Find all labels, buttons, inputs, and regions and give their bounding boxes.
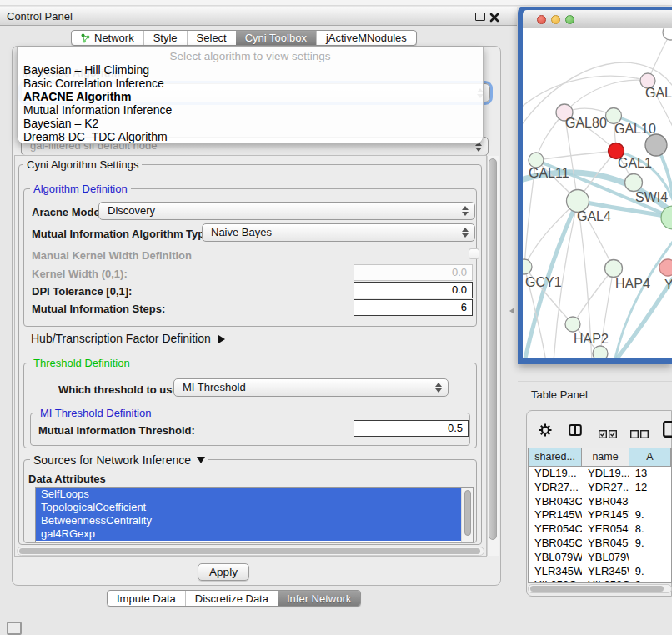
tab-jactivemnodules[interactable]: jActiveMNodules [316, 31, 416, 45]
algorithm-option-mutual-information-inference[interactable]: Mutual Information Inference [18, 103, 483, 117]
table-row[interactable]: YLR345WYLR345W9. [529, 565, 671, 579]
network-node[interactable] [645, 134, 667, 156]
tab-infer-network[interactable]: Infer Network [278, 591, 360, 606]
panel-splitter-arrow-icon[interactable] [509, 308, 514, 314]
data-attributes-items: SelfLoopsTopologicalCoefficientBetweenne… [36, 488, 473, 541]
tab-select[interactable]: Select [187, 31, 236, 45]
float-window-icon[interactable] [475, 12, 485, 21]
network-node-hap2[interactable] [565, 317, 580, 332]
minimized-window-icon[interactable] [7, 622, 22, 635]
table-cell: YLR345W [529, 565, 582, 579]
table-cell: 12 [629, 481, 671, 495]
sources-section-header[interactable]: Sources for Network Inference [30, 453, 208, 467]
window-zoom-icon[interactable] [565, 15, 574, 24]
sources-title: Sources for Network Inference [33, 453, 191, 467]
network-node[interactable] [593, 346, 608, 358]
attributes-list-scrollbar-thumb[interactable] [464, 490, 471, 536]
attribute-item-selfloops[interactable]: SelfLoops [36, 488, 461, 501]
table-row[interactable]: YDL19...YDL19...13 [529, 467, 671, 481]
dpi-tolerance-input[interactable]: 0.0 [354, 282, 473, 298]
table-cell: YDR27... [582, 481, 629, 495]
algorithm-dropdown-popup: Select algorithm to view settings Bayesi… [17, 48, 484, 144]
mi-steps-input[interactable]: 6 [354, 299, 473, 316]
network-node[interactable] [663, 28, 672, 40]
aracne-mode-combobox[interactable]: Discovery [98, 202, 475, 220]
network-node-label: Y [664, 278, 672, 292]
table-cell: YIL052C [582, 578, 629, 583]
network-node-label: GAL4 [577, 209, 611, 223]
network-node-label: GCY1 [525, 275, 562, 289]
table-row[interactable]: YPR145WYPR145W9. [529, 508, 671, 522]
table-panel-title: Table Panel [531, 388, 588, 401]
network-edge[interactable] [564, 80, 648, 112]
table-settings-gear-icon[interactable] [539, 423, 552, 440]
algorithm-option-aracne-algorithm[interactable]: ARACNE Algorithm [18, 90, 483, 103]
network-node-gcy1[interactable] [523, 259, 532, 274]
column-header-name[interactable]: name [582, 448, 629, 467]
close-icon[interactable] [489, 11, 499, 21]
mi-threshold-input[interactable]: 0.5 [354, 420, 469, 437]
network-edge[interactable] [573, 268, 614, 324]
table-row[interactable]: YIL052CYIL052C9 [529, 578, 671, 583]
select-all-checkboxes-icon[interactable] [599, 427, 617, 442]
network-canvas[interactable]: GALGAL80GAL10GAL1GAL11GAL4SWI4GCY1HAP4YH… [523, 28, 672, 358]
attribute-item-topologicalcoefficient[interactable]: TopologicalCoefficient [36, 501, 461, 514]
network-edge[interactable] [524, 201, 578, 267]
which-threshold-combobox[interactable]: MI Threshold [173, 378, 449, 397]
table-cell: YBR043C [582, 495, 629, 509]
settings-vertical-scrollbar-thumb[interactable] [489, 158, 497, 540]
mi-type-combobox[interactable]: Naive Bayes [202, 223, 475, 242]
hub-definition-section-header[interactable]: Hub/Transcription Factor Definition [31, 332, 225, 345]
tab-label: Style [153, 31, 178, 45]
algorithm-option-basic-correlation-inference[interactable]: Basic Correlation Inference [18, 77, 483, 90]
table-horizontal-scrollbar[interactable] [528, 584, 672, 593]
node-table: shared...nameA YDL19...YDL19...13YDR27..… [528, 448, 672, 583]
attribute-item-betweennesscentrality[interactable]: BetweennessCentrality [36, 514, 461, 528]
window-close-icon[interactable] [537, 15, 546, 24]
kernel-width-input[interactable]: 0.0 [354, 264, 473, 281]
network-node-hap4[interactable] [605, 260, 623, 278]
table-row[interactable]: YBL079WYBL079W [529, 551, 671, 565]
table-cell: YER054C [529, 522, 582, 537]
algorithm-option-bayesian-hill-climbing[interactable]: Bayesian – Hill Climbing [18, 63, 483, 77]
tab-cyni-toolbox[interactable]: Cyni Toolbox [236, 31, 316, 45]
tab-network[interactable]: Network [72, 31, 143, 45]
table-row[interactable]: YDR27...YDR27...12 [529, 481, 671, 495]
table-horizontal-scrollbar-thumb[interactable] [530, 586, 664, 592]
hub-definition-label: Hub/Transcription Factor Definition [31, 332, 211, 345]
manual-kernel-checkbox[interactable] [469, 248, 479, 259]
column-header-shared[interactable]: shared... [529, 448, 582, 467]
table-row[interactable]: YER054CYER054C8. [529, 522, 671, 537]
tab-impute-data[interactable]: Impute Data [108, 591, 185, 606]
algorithm-option-dream8-dc-tdc-algorithm[interactable]: Dream8 DC_TDC Algorithm [18, 130, 483, 143]
network-edge[interactable] [614, 238, 672, 358]
settings-horizontal-scrollbar[interactable] [17, 547, 484, 556]
tab-style[interactable]: Style [143, 31, 187, 45]
tab-label: Cyni Toolbox [245, 31, 307, 45]
attribute-item-gal4rgexp[interactable]: gal4RGexp [36, 528, 461, 541]
table-document-icon[interactable] [663, 421, 672, 441]
network-node-swi4[interactable] [625, 174, 643, 192]
table-columns-icon[interactable] [569, 423, 582, 440]
table-cell: YDL19... [529, 467, 582, 481]
table-row[interactable]: YBR043CYBR043C [529, 495, 671, 509]
table-row[interactable]: YBR045CYBR045C9. [529, 537, 671, 551]
tab-label: Impute Data [117, 592, 176, 606]
tab-discretize-data[interactable]: Discretize Data [185, 591, 278, 606]
algorithm-option-bayesian-k2[interactable]: Bayesian – K2 [18, 117, 483, 130]
network-node[interactable] [661, 206, 672, 229]
table-cell: YBR043C [529, 495, 582, 509]
window-minimize-icon[interactable] [551, 15, 560, 24]
table-cell: 9. [629, 537, 671, 551]
network-edge[interactable] [536, 151, 616, 160]
network-window-titlebar[interactable] [523, 10, 672, 28]
settings-horizontal-scrollbar-thumb[interactable] [19, 548, 480, 554]
tab-label: jActiveMNodules [326, 31, 407, 45]
network-node-y[interactable] [659, 259, 672, 276]
table-cell: YDR27... [529, 481, 582, 495]
column-header-a[interactable]: A [629, 448, 671, 467]
apply-button[interactable]: Apply [198, 563, 249, 581]
clear-all-checkboxes-icon[interactable] [630, 427, 649, 442]
algorithm-popup-items: Bayesian – Hill ClimbingBasic Correlatio… [18, 63, 483, 143]
attributes-list-scrollbar[interactable] [461, 488, 473, 542]
